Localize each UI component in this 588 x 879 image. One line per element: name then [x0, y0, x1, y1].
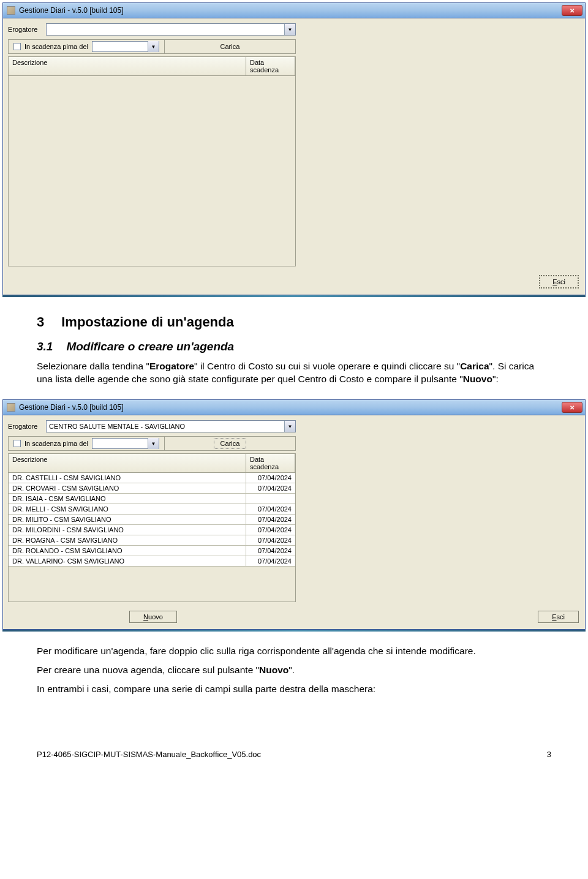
- cell-data-scadenza: 07/04/2024: [246, 504, 295, 514]
- heading-title: Impostazione di un'agenda: [61, 313, 233, 331]
- nuovo-button[interactable]: Nuovo: [129, 611, 177, 623]
- table-row[interactable]: DR. MELLI - CSM SAVIGLIANO07/04/2024: [9, 504, 295, 515]
- cell-data-scadenza: 07/04/2024: [246, 556, 295, 566]
- cell-data-scadenza: 07/04/2024: [246, 535, 295, 545]
- erogatore-value: CENTRO SALUTE MENTALE - SAVIGLIANO: [47, 423, 284, 430]
- cell-descrizione: DR. MILORDINI - CSM SAVIGLIANO: [9, 525, 246, 535]
- footer-doc-name: P12-4065-SIGCIP-MUT-SISMAS-Manuale_Backo…: [37, 750, 261, 759]
- filter-toolbar: In scadenza pima del ▼ Carica: [8, 39, 296, 54]
- window-title: Gestione Diari - v.5.0 [build 105]: [19, 403, 124, 412]
- table-row[interactable]: DR. MILITO - CSM SAVIGLIANO07/04/2024: [9, 515, 295, 525]
- table-row[interactable]: DR. MILORDINI - CSM SAVIGLIANO07/04/2024: [9, 525, 295, 535]
- titlebar: Gestione Diari - v.5.0 [build 105] ✕: [3, 400, 585, 415]
- cell-data-scadenza: 07/04/2024: [246, 483, 295, 493]
- cell-descrizione: DR. MELLI - CSM SAVIGLIANO: [9, 504, 246, 514]
- scadenza-label: In scadenza pima del: [24, 440, 88, 447]
- table-body: DR. CASTELLI - CSM SAVIGLIANO07/04/2024D…: [9, 473, 295, 602]
- cell-data-scadenza: 07/04/2024: [246, 525, 295, 535]
- column-data-scadenza: Data scadenza: [246, 454, 295, 472]
- cell-descrizione: DR. VALLARINO- CSM SAVIGLIANO: [9, 556, 246, 566]
- window-title: Gestione Diari - v.5.0 [build 105]: [19, 6, 124, 15]
- table-row[interactable]: DR. CASTELLI - CSM SAVIGLIANO07/04/2024: [9, 473, 295, 483]
- chevron-down-icon[interactable]: ▼: [148, 41, 159, 52]
- table-row[interactable]: DR. ROAGNA - CSM SAVIGLIANO07/04/2024: [9, 535, 295, 546]
- paragraph-1: Selezionare dalla tendina "Erogatore" il…: [37, 360, 551, 386]
- scadenza-date-field[interactable]: ▼: [92, 41, 159, 52]
- carica-button[interactable]: Carica: [199, 42, 260, 51]
- chevron-down-icon[interactable]: ▼: [284, 24, 295, 35]
- chevron-down-icon[interactable]: ▼: [284, 421, 295, 432]
- app-icon: [7, 403, 15, 412]
- filter-toolbar: In scadenza pima del ▼ Carica: [8, 436, 296, 451]
- subheading-title: Modificare o creare un'agenda: [66, 339, 234, 355]
- document-content: 3 Impostazione di un'agenda 3.1 Modifica…: [0, 297, 588, 397]
- erogatore-label: Erogatore: [8, 26, 42, 33]
- cell-data-scadenza: 07/04/2024: [246, 546, 295, 556]
- esci-button[interactable]: Esci: [538, 611, 579, 623]
- gestione-diari-window-empty: Gestione Diari - v.5.0 [build 105] ✕ Ero…: [2, 2, 586, 295]
- erogatore-label: Erogatore: [8, 423, 42, 430]
- page-footer: P12-4065-SIGCIP-MUT-SISMAS-Manuale_Backo…: [0, 750, 588, 759]
- scadenza-date-field[interactable]: ▼: [92, 438, 159, 449]
- cell-descrizione: DR. ISAIA - CSM SAVIGLIANO: [9, 494, 246, 504]
- cell-data-scadenza: 07/04/2024: [246, 515, 295, 524]
- heading-3-1: 3.1 Modificare o creare un'agenda: [37, 339, 551, 355]
- table-row[interactable]: DR. ISAIA - CSM SAVIGLIANO: [9, 494, 295, 504]
- document-content: Per modificare un'agenda, fare doppio cl…: [0, 632, 588, 707]
- heading-3: 3 Impostazione di un'agenda: [37, 313, 551, 331]
- erogatore-dropdown[interactable]: CENTRO SALUTE MENTALE - SAVIGLIANO ▼: [46, 420, 296, 432]
- gestione-diari-window-populated: Gestione Diari - v.5.0 [build 105] ✕ Ero…: [2, 399, 586, 630]
- cell-descrizione: DR. ROLANDO - CSM SAVIGLIANO: [9, 546, 246, 556]
- diari-table: Descrizione Data scadenza: [8, 56, 296, 266]
- erogatore-dropdown[interactable]: ▼: [46, 23, 296, 36]
- paragraph-2: Per modificare un'agenda, fare doppio cl…: [37, 645, 551, 658]
- paragraph-4: In entrambi i casi, compare una serie di…: [37, 683, 551, 696]
- cell-data-scadenza: [246, 494, 295, 504]
- column-descrizione: Descrizione: [9, 454, 246, 472]
- chevron-down-icon[interactable]: ▼: [148, 438, 159, 449]
- diari-table: Descrizione Data scadenza DR. CASTELLI -…: [8, 453, 296, 602]
- column-data-scadenza: Data scadenza: [246, 57, 295, 75]
- esci-button[interactable]: Esci: [539, 275, 579, 289]
- footer-page-number: 3: [547, 750, 551, 759]
- close-icon: ✕: [570, 7, 575, 14]
- cell-descrizione: DR. CASTELLI - CSM SAVIGLIANO: [9, 473, 246, 483]
- scadenza-checkbox[interactable]: [13, 43, 21, 50]
- carica-button[interactable]: Carica: [214, 438, 247, 449]
- close-icon: ✕: [570, 404, 575, 411]
- cell-descrizione: DR. MILITO - CSM SAVIGLIANO: [9, 515, 246, 524]
- column-descrizione: Descrizione: [9, 57, 246, 75]
- cell-descrizione: DR. CROVARI - CSM SAVIGLIANO: [9, 483, 246, 493]
- close-button[interactable]: ✕: [562, 5, 582, 16]
- cell-data-scadenza: 07/04/2024: [246, 473, 295, 483]
- heading-number: 3: [37, 313, 44, 331]
- scadenza-label: In scadenza pima del: [24, 43, 88, 50]
- table-row[interactable]: DR. VALLARINO- CSM SAVIGLIANO07/04/2024: [9, 556, 295, 567]
- table-row[interactable]: DR. CROVARI - CSM SAVIGLIANO07/04/2024: [9, 483, 295, 494]
- scadenza-checkbox[interactable]: [13, 440, 21, 447]
- cell-descrizione: DR. ROAGNA - CSM SAVIGLIANO: [9, 535, 246, 545]
- subheading-number: 3.1: [37, 339, 53, 355]
- app-icon: [7, 6, 15, 15]
- close-button[interactable]: ✕: [562, 402, 582, 413]
- table-body-empty: [9, 76, 295, 266]
- table-row[interactable]: DR. ROLANDO - CSM SAVIGLIANO07/04/2024: [9, 546, 295, 556]
- titlebar: Gestione Diari - v.5.0 [build 105] ✕: [3, 3, 585, 18]
- paragraph-3: Per creare una nuova agenda, cliccare su…: [37, 664, 551, 677]
